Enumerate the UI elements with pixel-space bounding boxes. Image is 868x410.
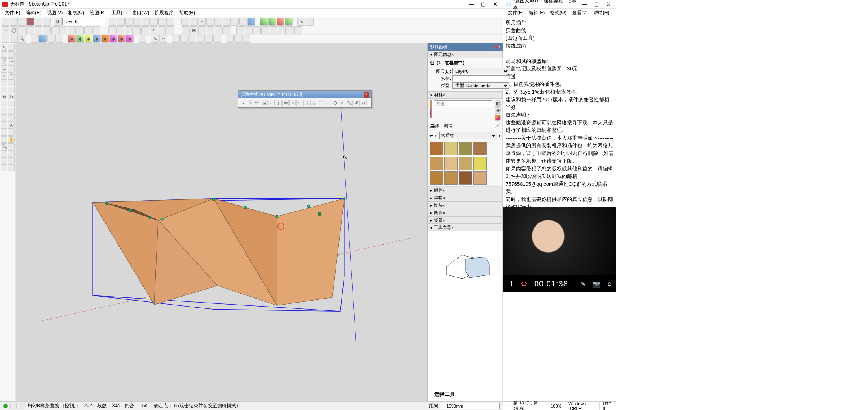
panel-shadows-header[interactable]: 阴影× — [428, 209, 503, 216]
material-swatch[interactable] — [459, 142, 472, 155]
move-tool-icon[interactable]: ✥ — [1, 94, 7, 100]
material-name-input[interactable] — [434, 100, 492, 107]
tool-icon[interactable] — [198, 26, 206, 34]
tool-icon[interactable] — [51, 26, 59, 34]
tool-icon[interactable]: ◯ — [10, 26, 18, 34]
tool-icon[interactable] — [142, 18, 150, 26]
tool-icon[interactable] — [1, 122, 7, 129]
entity-swatch[interactable] — [430, 67, 430, 85]
bezier-tool-icon[interactable]: ( — [275, 100, 282, 106]
close-icon[interactable]: × — [443, 188, 445, 193]
text-icon[interactable]: A — [8, 122, 15, 129]
tool-icon[interactable] — [234, 35, 242, 43]
tool-icon[interactable] — [158, 18, 166, 26]
tool-icon[interactable] — [215, 26, 223, 34]
material-swatch[interactable] — [459, 157, 472, 170]
tool-icon[interactable] — [125, 26, 133, 34]
measurement-input[interactable] — [441, 403, 500, 409]
np-menu-format[interactable]: 格式(O) — [548, 9, 569, 17]
tool-icon[interactable] — [261, 26, 269, 34]
cube-icon[interactable]: ▣ — [190, 26, 198, 34]
np-menu-file[interactable]: 文件(F) — [506, 9, 526, 17]
tool-icon[interactable] — [141, 26, 149, 34]
material-category-select[interactable]: 木质纹 — [439, 132, 497, 139]
tool-icon[interactable] — [8, 65, 15, 72]
tool-icon[interactable] — [306, 18, 314, 26]
tool-icon[interactable] — [239, 18, 247, 26]
tool-icon[interactable] — [26, 26, 34, 34]
tool-icon[interactable] — [8, 87, 15, 93]
tool-icon[interactable] — [231, 18, 239, 26]
layer-visibility-icon[interactable]: ◑ — [54, 18, 62, 26]
magnifier-icon[interactable]: 🔍 — [18, 35, 26, 43]
tool-icon[interactable] — [76, 26, 84, 34]
material-swatch[interactable] — [473, 171, 487, 185]
bezier-tool-icon[interactable]: ∿ — [240, 100, 246, 106]
tab-select[interactable]: 选择 — [430, 123, 439, 129]
tool-icon[interactable] — [8, 101, 15, 107]
np-menu-edit[interactable]: 编辑(E) — [526, 9, 547, 17]
close-icon[interactable]: × — [443, 203, 445, 208]
tray-titlebar[interactable]: 默认面板 📌× — [428, 43, 503, 51]
diamond-icon[interactable]: ◆ — [76, 35, 84, 43]
bezier-tool-icon[interactable]: ⌒ — [318, 100, 324, 106]
bezier-tool-icon[interactable]: ⟆ — [303, 100, 310, 106]
tool-icon[interactable] — [47, 35, 55, 43]
tool-icon[interactable] — [278, 26, 286, 34]
tool-icon[interactable] — [181, 18, 189, 26]
pause-button[interactable]: ⏸ — [508, 280, 514, 287]
tool-icon[interactable] — [286, 26, 294, 34]
tool-icon[interactable] — [2, 18, 9, 26]
tool-icon[interactable] — [109, 18, 116, 26]
tool-icon[interactable] — [1, 157, 7, 164]
material-swatch[interactable] — [444, 171, 458, 185]
tool-icon[interactable] — [158, 26, 166, 34]
tool-icon[interactable] — [207, 26, 214, 34]
orbit-icon[interactable] — [1, 136, 7, 143]
eraser-icon[interactable] — [8, 51, 15, 58]
close-icon[interactable]: × — [364, 92, 369, 98]
tool-icon[interactable] — [214, 18, 222, 26]
default-material-icon[interactable] — [495, 115, 501, 121]
tool-icon[interactable] — [8, 164, 15, 171]
tool-icon[interactable] — [39, 35, 47, 43]
maximize-button[interactable]: ▢ — [591, 1, 602, 8]
material-swatch[interactable] — [430, 171, 443, 185]
diamond-icon[interactable]: ◆ — [101, 35, 109, 43]
tool-icon[interactable] — [8, 44, 15, 51]
tool-icon[interactable] — [150, 18, 158, 26]
arc-icon[interactable]: ◠ — [8, 72, 15, 79]
tool-icon[interactable] — [125, 18, 133, 26]
panel-components-header[interactable]: 组件× — [428, 187, 503, 194]
status-icon[interactable] — [19, 403, 25, 409]
line-tool-icon[interactable]: ╱ — [1, 58, 7, 65]
home-icon[interactable]: ⌂ — [435, 133, 438, 138]
tool-icon[interactable] — [116, 26, 124, 34]
status-icon[interactable] — [10, 403, 17, 409]
close-icon[interactable]: × — [443, 196, 445, 200]
rectangle-icon[interactable]: ▭ — [1, 65, 7, 72]
freehand-icon[interactable]: 〰 — [8, 58, 15, 65]
close-icon[interactable]: × — [498, 45, 500, 49]
panel-instructor-header[interactable]: 工具向导× — [428, 224, 503, 231]
house-icon[interactable]: ⌂ — [198, 18, 206, 26]
tool-icon[interactable] — [8, 157, 15, 164]
bezier-tool-icon[interactable]: ⌓ — [325, 100, 331, 106]
tool-icon[interactable] — [31, 35, 39, 43]
tool-icon[interactable] — [226, 35, 234, 43]
tool-icon[interactable] — [1, 108, 7, 115]
material-toggle-icon[interactable]: ◧ — [495, 100, 501, 107]
diamond-icon[interactable]: ◆ — [126, 35, 134, 43]
pencil-icon[interactable]: ✏ — [159, 35, 167, 43]
minimize-button[interactable]: — — [466, 1, 477, 8]
plant-icon[interactable] — [268, 18, 276, 26]
panel-scenes-header[interactable]: 场景× — [428, 216, 503, 224]
current-material-swatch[interactable] — [430, 100, 432, 118]
tool-icon[interactable] — [205, 35, 213, 43]
tool-icon[interactable] — [2, 35, 9, 43]
close-icon[interactable]: × — [443, 218, 445, 223]
zoom-icon[interactable]: 🔍 — [1, 143, 7, 150]
tool-icon[interactable] — [133, 18, 141, 26]
stop-button[interactable]: ⏻ — [521, 280, 527, 287]
menu-edit[interactable]: 编辑(E) — [23, 9, 44, 17]
